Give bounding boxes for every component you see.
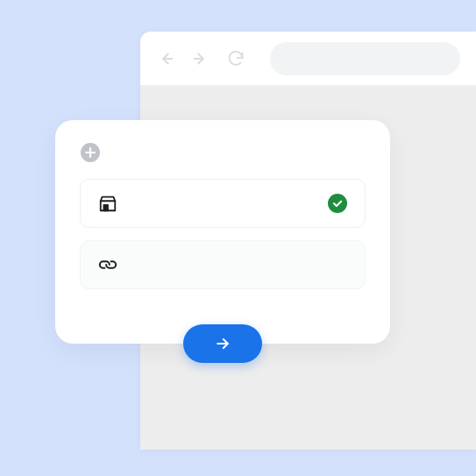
reload-icon[interactable] xyxy=(226,49,245,68)
setup-card xyxy=(55,120,390,344)
svg-rect-4 xyxy=(103,205,108,210)
back-icon[interactable] xyxy=(156,49,175,68)
url-bar[interactable] xyxy=(270,42,460,75)
next-button[interactable] xyxy=(183,324,262,363)
check-icon xyxy=(328,194,347,213)
forward-icon[interactable] xyxy=(191,49,210,68)
browser-toolbar xyxy=(140,32,476,86)
add-icon[interactable] xyxy=(80,142,101,163)
link-icon xyxy=(98,255,117,274)
option-storefront[interactable] xyxy=(80,179,366,228)
storefront-icon xyxy=(98,194,117,213)
option-link[interactable] xyxy=(80,240,366,289)
